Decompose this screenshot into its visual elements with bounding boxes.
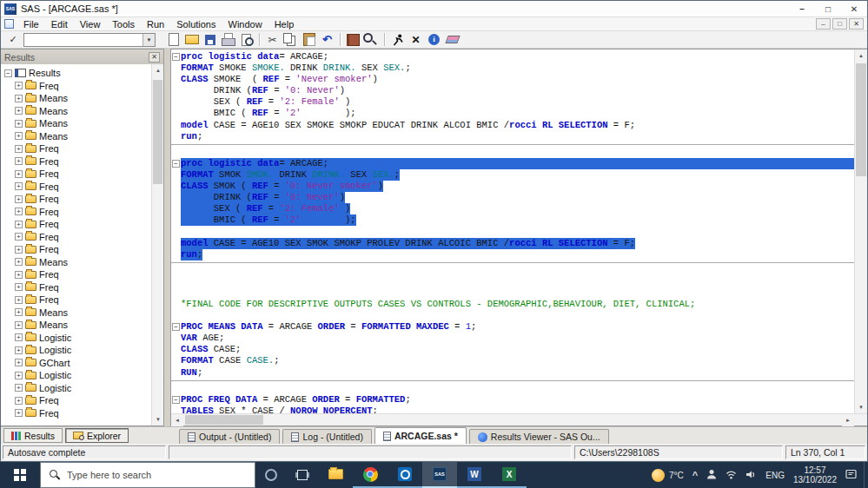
panel-splitter[interactable] [164, 49, 170, 426]
weather-widget[interactable]: 7°C [652, 469, 684, 482]
scrollbar-thumb[interactable] [185, 415, 263, 425]
expand-icon[interactable]: + [15, 397, 23, 405]
tab-explorer[interactable]: Explorer [65, 428, 129, 443]
code-line[interactable]: −proc logistic data= ARCAGE; [171, 158, 854, 169]
save-icon[interactable] [201, 31, 219, 48]
tree-item-logistic[interactable]: +Logistic [1, 332, 163, 345]
scrollbar-track[interactable] [183, 414, 842, 425]
tree-item-freq[interactable]: +Freq [1, 281, 163, 294]
command-input[interactable] [24, 35, 142, 44]
scroll-left-icon[interactable]: ◄ [171, 414, 183, 426]
code-line[interactable] [171, 310, 854, 321]
tree-item-freq[interactable]: +Freq [1, 394, 163, 407]
tree-item-means[interactable]: +Means [1, 307, 163, 320]
code-line[interactable]: CLASS CASE; [171, 344, 854, 355]
undo-icon[interactable] [318, 31, 336, 48]
code-line[interactable]: FORMAT CASE CASE.; [171, 355, 854, 366]
panel-close-icon[interactable] [149, 52, 160, 63]
expand-icon[interactable]: + [15, 233, 23, 241]
user-icon[interactable] [706, 469, 717, 481]
tree-item-means[interactable]: +Means [1, 130, 163, 143]
menu-run[interactable]: Run [141, 18, 170, 30]
tree-item-logistic[interactable]: +Logistic [1, 344, 163, 357]
scroll-right-icon[interactable]: ► [842, 414, 854, 426]
tree-item-means[interactable]: +Means [1, 319, 163, 332]
code-line[interactable]: run; [171, 249, 854, 260]
menu-view[interactable]: View [74, 18, 107, 30]
tree-item-means[interactable]: +Means [1, 117, 163, 130]
tree-item-results[interactable]: −Results [1, 67, 163, 80]
tree-item-freq[interactable]: +Freq [1, 193, 163, 206]
command-bar[interactable] [23, 33, 156, 47]
scroll-down-icon[interactable]: ▼ [855, 401, 867, 413]
tree-item-freq[interactable]: +Freq [1, 293, 163, 307]
code-area[interactable]: −proc logistic data= ARCAGE;FORMAT SMOKE… [171, 49, 854, 413]
expand-icon[interactable]: + [15, 120, 23, 128]
window-tab[interactable]: Log - (Untitled) [282, 429, 371, 444]
help-icon[interactable] [425, 31, 443, 48]
menu-edit[interactable]: Edit [45, 18, 74, 30]
tree-item-freq[interactable]: +Freq [1, 243, 163, 256]
taskbar-search[interactable]: Type here to search [40, 462, 255, 488]
copy-icon[interactable] [282, 31, 300, 48]
expand-icon[interactable]: + [15, 271, 23, 279]
tree-item-freq[interactable]: +Freq [1, 181, 163, 194]
tree-item-freq[interactable]: +Freq [1, 407, 163, 420]
tree-item-gchart[interactable]: +GChart [1, 357, 163, 370]
cortana-button[interactable] [255, 462, 287, 488]
expand-icon[interactable]: + [15, 372, 23, 379]
taskbar-word[interactable] [457, 462, 492, 488]
network-icon[interactable] [726, 470, 737, 481]
code-line[interactable]: run; [171, 131, 854, 142]
new-document-icon[interactable] [164, 31, 182, 48]
code-line[interactable]: RUN; [171, 367, 854, 379]
code-line[interactable]: SEX ( REF = '2: Female' ) [171, 203, 854, 214]
code-line[interactable]: −PROC FREQ DATA = ARCAGE ORDER = FORMATT… [171, 394, 854, 406]
expand-icon[interactable]: + [15, 283, 23, 291]
expand-icon[interactable]: + [15, 321, 23, 329]
volume-icon[interactable] [745, 470, 757, 481]
tree-item-logistic[interactable]: +Logistic [1, 382, 163, 395]
expand-icon[interactable]: + [15, 107, 23, 115]
editor-horizontal-scrollbar[interactable]: ◄ ► [171, 413, 867, 425]
code-line[interactable]: DRINK (REF = '0: Never') [171, 192, 854, 203]
window-tab[interactable]: ARCAGE.sas * [374, 427, 467, 444]
task-view-button[interactable] [287, 462, 318, 488]
code-line[interactable]: CLASS SMOK ( REF = '0: Never smoker') [171, 181, 854, 192]
mdi-minimize-button[interactable]: – [816, 18, 831, 30]
tree-item-freq[interactable]: +Freq [1, 231, 163, 244]
scroll-up-icon[interactable]: ▲ [152, 64, 163, 76]
expand-icon[interactable]: + [15, 95, 23, 102]
code-line[interactable] [171, 383, 854, 394]
menu-window[interactable]: Window [222, 18, 268, 30]
code-line[interactable]: CLASS SMOKE ( REF = 'Never smoker') [171, 74, 854, 85]
collapse-toggle[interactable]: − [171, 160, 181, 168]
code-line[interactable]: DRINK (REF = '0: Never') [171, 85, 854, 96]
clock[interactable]: 12:57 13/10/2022 [793, 465, 837, 485]
scrollbar-thumb[interactable] [856, 63, 866, 176]
code-line[interactable]: −PROC MEANS DATA = ARCAGE ORDER = FORMAT… [171, 321, 854, 333]
mdi-restore-button[interactable]: □ [832, 18, 847, 30]
mdi-close-button[interactable]: ✕ [849, 18, 864, 30]
menu-tools[interactable]: Tools [106, 18, 141, 30]
tree-item-means[interactable]: +Means [1, 92, 163, 105]
code-line[interactable] [171, 226, 854, 237]
close-button[interactable] [841, 1, 867, 16]
start-button[interactable] [0, 462, 40, 488]
menu-file[interactable]: File [17, 18, 45, 30]
taskbar-sas[interactable] [422, 462, 457, 488]
code-line[interactable]: TABLES SEX * CASE / NOROW NOPERCENT; [171, 406, 854, 413]
expand-icon[interactable]: + [15, 132, 23, 140]
expand-icon[interactable]: + [15, 182, 23, 190]
print-icon[interactable] [219, 31, 237, 48]
document-system-icon[interactable] [4, 19, 14, 29]
code-line[interactable] [171, 276, 854, 287]
collapse-toggle[interactable]: − [171, 396, 181, 404]
language-indicator[interactable]: ENG [765, 471, 785, 480]
code-line[interactable]: FORMAT SMOKE SMOKE. DRINK DRINK. SEX SEX… [171, 63, 854, 74]
tree-item-freq[interactable]: +Freq [1, 206, 163, 219]
expand-icon[interactable]: + [15, 359, 23, 366]
new-library-icon[interactable] [344, 31, 362, 48]
tree-item-freq[interactable]: +Freq [1, 142, 163, 155]
expand-icon[interactable]: + [15, 333, 23, 341]
